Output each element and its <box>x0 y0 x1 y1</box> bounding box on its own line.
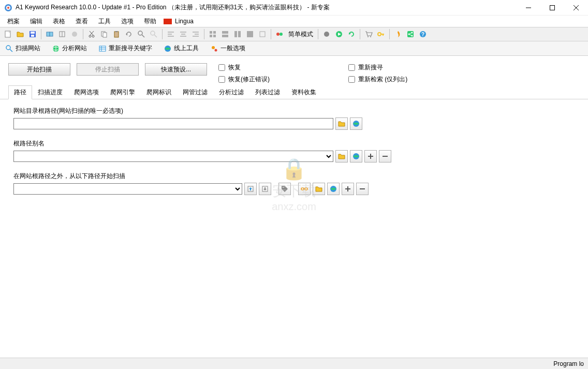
checkbox-input[interactable] <box>218 76 225 83</box>
subtab-scan-progress[interactable]: 扫描进度 <box>32 85 68 99</box>
flag-icon <box>164 19 172 24</box>
svg-rect-23 <box>114 32 119 37</box>
close-button[interactable] <box>564 0 588 16</box>
extra-web-button[interactable] <box>327 183 340 195</box>
subtab-list-filter[interactable]: 列表过滤 <box>249 85 286 99</box>
menu-view[interactable]: 查看 <box>70 16 93 27</box>
mode-icon[interactable] <box>274 28 285 40</box>
alias-folder-button[interactable] <box>335 150 348 163</box>
extra-folder-button[interactable] <box>313 183 325 195</box>
extra-add-button[interactable] <box>342 183 354 195</box>
tab-scan-site[interactable]: 扫描网站 <box>2 42 43 55</box>
checkbox-research[interactable]: 重新搜寻 <box>348 63 407 72</box>
svg-point-68 <box>6 46 10 50</box>
checkbox-resume-fix[interactable]: 恢复(修正错误) <box>218 75 270 84</box>
extra-export-button[interactable] <box>259 183 271 195</box>
grid-icon-1[interactable] <box>207 28 218 40</box>
svg-rect-41 <box>210 35 212 37</box>
align-icon-1[interactable] <box>165 28 177 40</box>
subtab-crawl-id[interactable]: 爬网标识 <box>141 85 177 99</box>
svg-point-56 <box>370 36 371 37</box>
key-icon[interactable] <box>375 28 387 40</box>
window-title: A1 Keyword Research 10.0.0 - Update #1 -… <box>16 3 330 12</box>
grid-icon-4[interactable] <box>244 28 256 40</box>
grid-icon-3[interactable] <box>232 28 243 40</box>
tab-online-tools[interactable]: 线上工具 <box>160 42 202 55</box>
start-scan-button[interactable]: 开始扫描 <box>8 63 70 76</box>
svg-point-78 <box>212 46 215 49</box>
svg-rect-44 <box>222 35 228 37</box>
tool-icon-2[interactable] <box>56 28 68 40</box>
align-icon-3[interactable] <box>190 28 201 40</box>
refresh-icon[interactable] <box>346 28 357 40</box>
svg-line-20 <box>90 31 93 35</box>
app-icon <box>4 4 12 12</box>
extra-remove-button[interactable] <box>356 183 369 195</box>
browse-web-button[interactable] <box>350 117 362 130</box>
save-icon[interactable] <box>27 28 38 40</box>
search-icon[interactable] <box>136 28 147 40</box>
alias-select[interactable] <box>13 151 333 162</box>
open-icon[interactable] <box>14 28 26 40</box>
tool-icon-3[interactable] <box>69 28 80 40</box>
main-tabstrip: 扫描网站 分析网站 重新搜寻关键字 线上工具 一般选项 <box>0 41 588 56</box>
align-icon-2[interactable] <box>178 28 189 40</box>
checkbox-input[interactable] <box>348 64 355 71</box>
help-icon[interactable]: ? <box>417 28 429 40</box>
svg-marker-86 <box>249 187 252 190</box>
checkbox-input[interactable] <box>218 64 225 71</box>
copy-icon[interactable] <box>98 28 110 40</box>
alias-remove-button[interactable] <box>379 150 391 163</box>
alias-web-button[interactable] <box>350 150 362 163</box>
svg-point-89 <box>283 187 284 188</box>
minimize-button[interactable] <box>517 0 540 16</box>
cart-icon[interactable] <box>363 28 374 40</box>
alias-add-button[interactable] <box>364 150 377 163</box>
subtab-analysis-filter[interactable]: 分析过滤 <box>213 85 249 99</box>
menu-file[interactable]: 档案 <box>2 16 25 27</box>
subtab-webmaster-filter[interactable]: 网管过滤 <box>177 85 213 99</box>
quick-preset-button[interactable]: 快速预设... <box>145 63 207 76</box>
extra-link-button[interactable] <box>298 183 311 195</box>
checkbox-input[interactable] <box>348 76 355 83</box>
menu-lingua[interactable]: Lingua <box>174 16 199 26</box>
share-icon[interactable] <box>405 28 416 40</box>
root-path-input[interactable] <box>13 118 333 129</box>
browse-folder-button[interactable] <box>335 117 348 130</box>
svg-point-55 <box>368 36 369 37</box>
stop-scan-button[interactable]: 停止扫描 <box>77 63 139 76</box>
menu-table[interactable]: 表格 <box>48 16 70 27</box>
tab-general-options[interactable]: 一般选项 <box>207 42 248 55</box>
checkbox-recheck[interactable]: 重新检索 (仅列出) <box>348 75 407 84</box>
extra-tag-button[interactable] <box>278 183 291 195</box>
search-next-icon[interactable] <box>148 28 159 40</box>
subtab-path[interactable]: 路径 <box>8 85 32 99</box>
menu-options[interactable]: 选项 <box>116 16 139 27</box>
undo-icon[interactable] <box>123 28 135 40</box>
subtab-crawl-engine[interactable]: 爬网引擎 <box>105 85 141 99</box>
tab-research-keywords[interactable]: 重新搜寻关键字 <box>95 42 155 55</box>
grid-icon-5[interactable] <box>257 28 268 40</box>
paste-icon[interactable] <box>111 28 122 40</box>
tool-icon-1[interactable] <box>44 28 55 40</box>
extra-import-button[interactable] <box>244 183 257 195</box>
go-icon[interactable] <box>333 28 345 40</box>
menu-tools[interactable]: 工具 <box>93 16 116 27</box>
checkbox-resume[interactable]: 恢复 <box>218 63 270 72</box>
maximize-button[interactable] <box>540 0 564 16</box>
cut-icon[interactable] <box>86 28 97 40</box>
extra-paths-select[interactable] <box>13 183 242 195</box>
subtab-data-collect[interactable]: 资料收集 <box>286 85 322 99</box>
menu-edit[interactable]: 编辑 <box>25 16 48 27</box>
action-row: 开始扫描 停止扫描 快速预设... 恢复 恢复(修正错误) 重新搜寻 重新检索 … <box>0 56 588 87</box>
extra-paths-label: 在网站根路径之外，从以下路径开始扫描 <box>13 172 575 181</box>
tab-analyze-site[interactable]: 分析网站 <box>49 42 90 55</box>
new-icon[interactable] <box>2 28 13 40</box>
fire-icon[interactable] <box>392 28 404 40</box>
table-icon <box>98 45 107 53</box>
record-icon[interactable] <box>321 28 332 40</box>
grid-icon-2[interactable] <box>219 28 231 40</box>
subtab-crawl-options[interactable]: 爬网选项 <box>68 85 105 99</box>
svg-rect-73 <box>99 46 106 51</box>
menu-help[interactable]: 帮助 <box>139 16 161 27</box>
